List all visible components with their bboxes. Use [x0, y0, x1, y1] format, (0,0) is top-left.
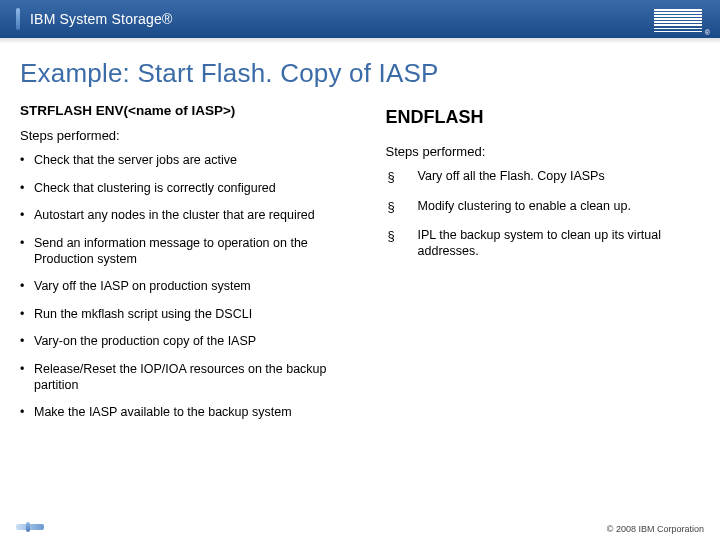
list-item: Run the mkflash script using the DSCLI [20, 307, 368, 323]
list-item: Vary off all the Flash. Copy IASPs [386, 169, 700, 185]
header-accent [16, 8, 20, 30]
list-item: Vary off the IASP on production system [20, 279, 368, 295]
right-bullet-list: Vary off all the Flash. Copy IASPs Modif… [386, 169, 700, 260]
left-column: STRFLASH ENV(<name of IASP>) Steps perfo… [20, 103, 368, 433]
list-item: Autostart any nodes in the cluster that … [20, 208, 368, 224]
right-column: ENDFLASH Steps performed: Vary off all t… [386, 103, 700, 433]
left-steps-label: Steps performed: [20, 128, 368, 143]
list-item: Check that the server jobs are active [20, 153, 368, 169]
strflash-command: STRFLASH ENV(<name of IASP>) [20, 103, 368, 118]
list-item: Release/Reset the IOP/IOA resources on t… [20, 362, 368, 393]
list-item: IPL the backup system to clean up its vi… [386, 228, 700, 259]
list-item: Vary-on the production copy of the IASP [20, 334, 368, 350]
footer: © 2008 IBM Corporation [0, 520, 720, 540]
header-bar: IBM System Storage® ® [0, 0, 720, 38]
content-area: STRFLASH ENV(<name of IASP>) Steps perfo… [0, 97, 720, 433]
copyright: © 2008 IBM Corporation [607, 524, 704, 534]
footer-accent [16, 524, 44, 530]
product-name: IBM System Storage® [30, 11, 173, 27]
ibm-logo: ® [654, 9, 702, 32]
right-steps-label: Steps performed: [386, 144, 700, 159]
endflash-command: ENDFLASH [386, 107, 700, 128]
left-bullet-list: Check that the server jobs are active Ch… [20, 153, 368, 421]
slide-title: Example: Start Flash. Copy of IASP [0, 44, 720, 97]
list-item: Make the IASP available to the backup sy… [20, 405, 368, 421]
list-item: Check that clustering is correctly confi… [20, 181, 368, 197]
list-item: Send an information message to operation… [20, 236, 368, 267]
list-item: Modify clustering to enable a clean up. [386, 199, 700, 215]
